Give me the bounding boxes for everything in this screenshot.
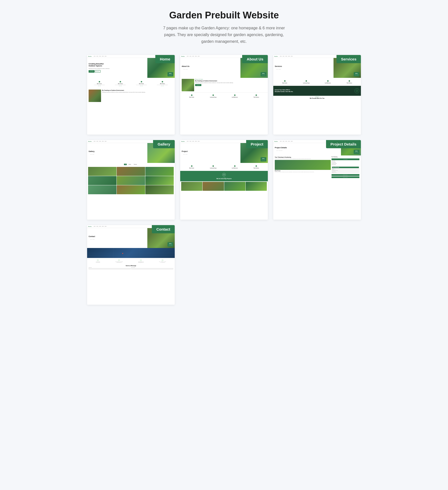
mini-section-desc-home: Pellentesque accumsan est eleifend eros …	[102, 92, 173, 93]
mini-service-4: Water Garden Lorem ipsum dolor sit amet …	[152, 80, 173, 87]
mini-contact-breadcrumb: Home - Contact	[89, 239, 146, 240]
mini-section-title-home: By Creating an Outdoor Environment	[102, 90, 173, 91]
mini-project-green-title: We Do Some Big Projects	[182, 178, 266, 179]
mini-counter-services: 1000+Online Complete	[354, 72, 359, 76]
row-2: Gallery Garden. Contact Us	[87, 140, 361, 220]
nav-dot	[94, 56, 96, 56]
mini-details-breadcrumb: Home - Project Details	[275, 150, 339, 151]
mini-counter: 1000+Online Complete	[168, 72, 173, 76]
mini-dark-banner-title: Extend Your Home With ABeautiful Garden.…	[275, 89, 353, 92]
card-home[interactable]: Home Garden. Contact Us	[87, 55, 175, 135]
card-label-about: About Us	[242, 55, 268, 63]
card-services[interactable]: Services Garden. Contact Us	[273, 55, 361, 135]
mini-about-breadcrumb: Home - About Us	[182, 68, 239, 70]
mini-logo-home: Garden.	[88, 56, 92, 57]
nav-dot	[102, 56, 104, 56]
row-1: Home Garden. Contact Us	[87, 55, 361, 135]
empty-spacer-2	[273, 225, 361, 305]
card-project-details[interactable]: Project Details Garden. Contact Us	[273, 140, 361, 220]
svg-point-0	[356, 90, 358, 92]
mini-gallery-title: Gallery	[89, 150, 146, 152]
svg-point-1	[223, 174, 225, 175]
card-label-project: Project	[246, 140, 268, 148]
mini-project-title: Project	[182, 150, 239, 152]
mini-counter-contact: 1000+Online Complete	[168, 242, 173, 246]
mini-dark-banner-icon	[354, 88, 359, 93]
mini-home-subtitle: Pellentesque accumsan est eleifend eros …	[89, 68, 146, 69]
mini-service-3: Water Garden Lorem ipsum dolor sit amet …	[131, 80, 152, 87]
card-label-gallery: Gallery	[153, 140, 175, 148]
mini-form-title: Send us Message	[89, 265, 173, 266]
mini-services-title: Services	[275, 65, 332, 67]
mini-contact-title: Contact	[89, 236, 146, 238]
mini-counter-project: 1000+Online Complete	[261, 157, 266, 161]
page-subtitle: 7 pages make up the Garden Agency: one h…	[159, 25, 289, 45]
mini-provide-title: We Provide Best For You	[274, 98, 360, 99]
mini-counter-about: 1000+Online Complete	[261, 72, 266, 76]
card-gallery[interactable]: Gallery Garden. Contact Us	[87, 140, 175, 220]
nav-dot	[99, 56, 101, 56]
mini-gallery-breadcrumb: Home - Gallery	[89, 153, 146, 155]
empty-spacer-1	[180, 225, 268, 305]
mini-about-section: By Creating an Outdoor Environment	[195, 80, 266, 82]
mini-home-title: Creating BeautifulOutdoor Spaces	[89, 63, 146, 67]
mini-services-breadcrumb: Home - Services	[275, 68, 332, 70]
cards-grid: Home Garden. Contact Us	[87, 55, 361, 305]
mini-project-breadcrumb: Home - Project	[182, 153, 239, 155]
card-label-project-details: Project Details	[326, 140, 361, 148]
nav-dot	[105, 56, 107, 56]
mini-service-1: Water Garden Lorem ipsum dolor sit amet …	[89, 80, 110, 87]
mini-service-2: Water Garden Lorem ipsum dolor sit amet …	[110, 80, 131, 87]
mini-detail-section-title: Tree Trimming & Gardening	[275, 156, 331, 158]
card-about[interactable]: About Us Garden. Contact Us	[180, 55, 268, 135]
card-label-home: Home	[155, 55, 175, 63]
card-contact[interactable]: Contact Garden. Contact Us	[87, 225, 175, 305]
mini-about-title: About Us	[182, 65, 239, 67]
card-label-contact: Contact	[152, 225, 175, 233]
card-project[interactable]: Project Garden. Contact Us	[180, 140, 268, 220]
card-label-services: Services	[336, 55, 361, 63]
page-title: Garden Prebuilt Website	[5, 10, 443, 21]
mini-hero-btn-2: About Us	[95, 70, 101, 73]
mini-hero-btn-1: View Works	[89, 70, 95, 73]
row-3: Contact Garden. Contact Us	[87, 225, 361, 305]
nav-dot	[96, 56, 98, 56]
